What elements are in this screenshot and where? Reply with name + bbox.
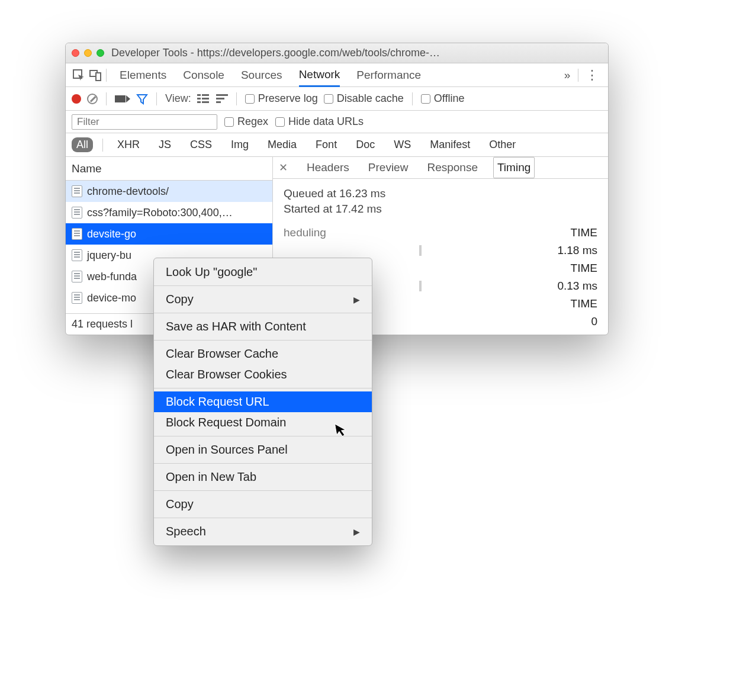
type-filter-manifest[interactable]: Manifest [425,137,475,152]
request-name: chrome-devtools/ [87,185,169,198]
menu-item[interactable]: Clear Browser Cookies [154,364,372,385]
checkbox-icon[interactable] [224,117,234,127]
checkbox-icon[interactable] [245,94,255,104]
menu-item-label: Open in Sources Panel [166,443,288,457]
type-filter-js[interactable]: JS [154,137,176,152]
hide-data-urls-label: Hide data URLs [288,115,364,128]
menu-item[interactable]: Speech▶ [154,521,372,542]
type-filter-xhr[interactable]: XHR [112,137,144,152]
type-filter-css[interactable]: CSS [185,137,217,152]
main-tabs-bar: ElementsConsoleSourcesNetworkPerformance… [66,63,608,87]
submenu-arrow-icon: ▶ [353,295,360,304]
disable-cache-label: Disable cache [337,92,404,105]
tab-network[interactable]: Network [299,63,340,87]
window-title: Developer Tools - https://developers.goo… [111,47,602,59]
menu-item[interactable]: Copy [154,494,372,515]
minimize-window-icon[interactable] [84,49,92,57]
inspect-icon[interactable] [70,67,87,84]
separator [102,139,103,152]
frames-view-icon[interactable] [216,94,228,104]
tab-console[interactable]: Console [183,64,224,86]
checkbox-icon[interactable] [275,117,285,127]
settings-kebab-icon[interactable]: ⋮ [581,68,603,83]
regex-checkbox[interactable]: Regex [224,115,268,128]
request-name: css?family=Roboto:300,400,… [87,207,233,219]
tab-elements[interactable]: Elements [120,64,166,86]
offline-checkbox[interactable]: Offline [421,92,465,105]
menu-item[interactable]: Clear Browser Cache [154,343,372,364]
checkbox-icon[interactable] [421,94,430,104]
menu-item-label: Clear Browser Cookies [166,368,287,381]
clear-icon[interactable] [87,94,98,104]
menu-item[interactable]: Look Up "google" [154,262,372,282]
context-menu[interactable]: Look Up "google"Copy▶Save as HAR with Co… [153,258,372,546]
menu-item-label: Save as HAR with Content [166,320,306,333]
titlebar[interactable]: Developer Tools - https://developers.goo… [66,43,608,63]
request-row[interactable]: chrome-devtools/ [66,181,272,202]
device-toggle-icon[interactable] [87,67,104,84]
menu-item[interactable]: Open in Sources Panel [154,439,372,460]
filter-toggle-icon[interactable] [136,93,148,105]
devtools-window: Developer Tools - https://developers.goo… [65,43,609,335]
regex-label: Regex [237,115,268,128]
separator [236,92,237,105]
timing-value: TIME [571,262,597,275]
hide-data-urls-checkbox[interactable]: Hide data URLs [275,115,364,128]
request-name: jquery-bu [87,249,131,262]
zoom-window-icon[interactable] [97,49,104,57]
timing-value: TIME [571,297,597,310]
detail-tabs: ✕ HeadersPreviewResponseTiming [273,157,608,179]
separator [156,92,157,105]
menu-item-label: Speech [166,525,206,538]
detail-tab-preview[interactable]: Preview [365,158,412,178]
panel-tabs: ElementsConsoleSourcesNetworkPerformance [120,63,559,87]
tab-sources[interactable]: Sources [241,64,282,86]
close-detail-icon[interactable]: ✕ [279,161,291,174]
tab-performance[interactable]: Performance [356,64,421,86]
detail-tab-headers[interactable]: Headers [303,158,353,178]
request-row[interactable]: devsite-go [66,223,272,245]
timing-value: 0.13 ms [557,280,597,293]
file-icon [72,249,82,261]
request-name: device-mo [87,292,136,304]
menu-item-label: Look Up "google" [166,265,257,279]
type-filter-all[interactable]: All [72,137,93,152]
detail-tab-response[interactable]: Response [423,158,481,178]
type-filter-media[interactable]: Media [263,137,301,152]
preserve-log-checkbox[interactable]: Preserve log [245,92,318,105]
screenshot-icon[interactable] [115,95,130,102]
timing-started: Started at 17.42 ms [284,203,597,216]
type-filter-font[interactable]: Font [311,137,342,152]
menu-item[interactable]: Open in New Tab [154,467,372,487]
type-filter-other[interactable]: Other [484,137,520,152]
separator [578,69,578,82]
file-icon [72,292,82,304]
timing-row: hedulingTIME [284,226,597,239]
request-row[interactable]: css?family=Roboto:300,400,… [66,202,272,223]
view-icons [197,94,228,104]
record-icon[interactable] [72,94,81,104]
type-filter-ws[interactable]: WS [389,137,416,152]
menu-item-label: Block Request Domain [166,416,286,429]
menu-item[interactable]: Save as HAR with Content [154,316,372,337]
list-view-icon[interactable] [197,94,209,104]
menu-separator [154,313,372,313]
request-name: devsite-go [87,228,136,240]
close-window-icon[interactable] [72,49,79,57]
menu-item[interactable]: Copy▶ [154,289,372,310]
timing-bar [419,281,422,291]
filter-bar: Regex Hide data URLs [66,111,608,133]
name-column-header[interactable]: Name [66,157,272,181]
checkbox-icon[interactable] [324,94,333,104]
disable-cache-checkbox[interactable]: Disable cache [324,92,404,105]
menu-separator [154,518,372,518]
detail-tab-timing[interactable]: Timing [493,157,535,178]
timing-value: TIME [571,226,597,239]
filter-input[interactable] [72,114,217,130]
tabs-overflow-icon[interactable]: » [559,67,575,84]
menu-item[interactable]: Block Request URL [154,391,372,412]
submenu-arrow-icon: ▶ [353,527,360,537]
file-icon [72,207,82,219]
type-filter-doc[interactable]: Doc [351,137,380,152]
type-filter-img[interactable]: Img [226,137,253,152]
